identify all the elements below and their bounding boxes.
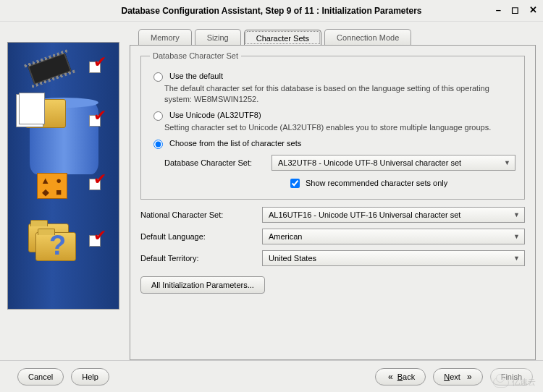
- db-charset-select[interactable]: AL32UTF8 - Unicode UTF-8 Universal chara…: [272, 155, 515, 171]
- select-value: AL32UTF8 - Unicode UTF-8 Universal chara…: [278, 158, 461, 167]
- chevron-right-icon: »: [467, 372, 470, 382]
- tab-label: Connection Mode: [337, 33, 399, 42]
- tab-connection-mode[interactable]: Connection Mode: [324, 29, 411, 45]
- button-label: Finish: [501, 372, 522, 381]
- default-language-select[interactable]: American: [262, 229, 525, 244]
- mnemonic: N: [444, 372, 450, 381]
- chevron-left-icon: «: [388, 372, 391, 382]
- select-value: American: [269, 232, 302, 241]
- national-charset-label: National Character Set:: [140, 210, 262, 219]
- question-icon: ?: [49, 230, 66, 261]
- tab-sizing[interactable]: Sizing: [195, 29, 241, 45]
- default-language-label: Default Language:: [140, 232, 262, 241]
- folder-icon: [25, 99, 66, 128]
- pages-icon: [19, 93, 45, 124]
- back-button[interactable]: « Back: [375, 368, 426, 385]
- show-recommended-checkbox[interactable]: [290, 179, 300, 188]
- radio-label: Use the default: [169, 72, 223, 80]
- db-charset-label: Database Character Set:: [150, 158, 272, 167]
- button-label: Help: [82, 372, 98, 381]
- cancel-button[interactable]: Cancel: [17, 368, 64, 385]
- select-value: United States: [269, 254, 316, 263]
- tab-panel: Database Character Set Use the default T…: [130, 45, 536, 360]
- minimize-icon[interactable]: –: [496, 4, 501, 15]
- next-button[interactable]: Next »: [433, 368, 482, 385]
- button-label: Cancel: [28, 372, 53, 381]
- database-charset-fieldset: Database Character Set Use the default T…: [140, 51, 525, 200]
- tab-memory[interactable]: Memory: [138, 29, 192, 45]
- chip-icon: [28, 52, 72, 85]
- wizard-footer: Cancel Help « Back Next » Finish: [0, 360, 543, 392]
- checkmark-icon: ✔: [93, 170, 106, 189]
- default-territory-label: Default Territory:: [140, 254, 262, 263]
- radio-use-unicode[interactable]: [153, 111, 163, 121]
- tab-label: Memory: [151, 33, 180, 42]
- all-init-params-button[interactable]: All Initialization Parameters...: [140, 276, 265, 294]
- folder-icon: ?: [35, 232, 76, 261]
- help-button[interactable]: Help: [71, 368, 109, 385]
- mnemonic: B: [397, 372, 403, 381]
- button-label-rest: ack: [403, 372, 415, 381]
- radio-label: Use Unicode (AL32UTF8): [169, 111, 261, 119]
- option-description: Setting character set to Unicode (AL32UT…: [164, 122, 515, 133]
- finish-button[interactable]: Finish: [490, 368, 533, 385]
- checkmark-icon: ✔: [93, 226, 106, 245]
- checkmark-icon: ✔: [93, 53, 106, 72]
- tab-bar: Memory Sizing Character Sets Connection …: [138, 29, 536, 45]
- radio-label: Choose from the list of character sets: [169, 139, 301, 148]
- fieldset-legend: Database Character Set: [150, 51, 241, 60]
- tab-label: Sizing: [207, 33, 229, 42]
- tab-character-sets[interactable]: Character Sets: [244, 30, 321, 46]
- default-territory-select[interactable]: United States: [262, 250, 525, 266]
- close-icon[interactable]: ✕: [529, 4, 537, 15]
- checkmark-icon: ✔: [93, 106, 106, 125]
- button-label: All Initialization Parameters...: [151, 281, 254, 289]
- button-label-rest: ext: [450, 372, 460, 381]
- select-value: AL16UTF16 - Unicode UTF-16 Universal cha…: [269, 210, 460, 219]
- wizard-steps-sidebar: ✔ ✔ ▲●◆■ ✔ ? ✔: [7, 42, 119, 310]
- national-charset-select[interactable]: AL16UTF16 - Unicode UTF-16 Universal cha…: [262, 207, 525, 223]
- radio-use-default[interactable]: [153, 72, 163, 82]
- window-title: Database Configuration Assistant, Step 9…: [122, 6, 422, 16]
- checkbox-label: Show recommended character sets only: [306, 179, 447, 187]
- option-description: The default character set for this datab…: [164, 83, 515, 105]
- shapes-icon: ▲●◆■: [37, 173, 67, 199]
- titlebar: Database Configuration Assistant, Step 9…: [0, 0, 543, 22]
- radio-choose-list[interactable]: [153, 140, 163, 149]
- maximize-icon[interactable]: ◻: [511, 4, 519, 15]
- tab-label: Character Sets: [256, 34, 309, 43]
